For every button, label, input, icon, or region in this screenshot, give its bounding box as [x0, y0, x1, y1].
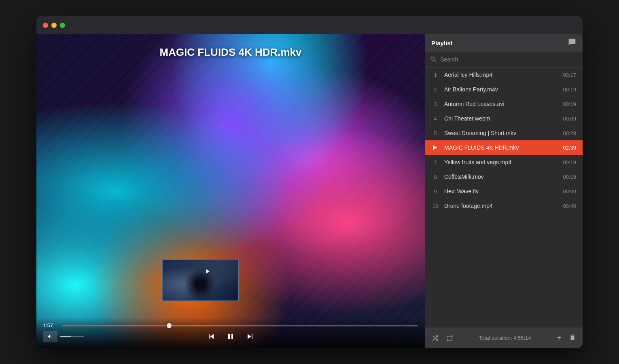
item-duration: 00:19: [563, 101, 576, 107]
app-window: MAGIC FLUIDS 4K HDR.mkv 0:43 1:57: [36, 16, 583, 348]
playlist-title: Playlist: [431, 40, 453, 47]
progress-thumb: [167, 323, 172, 328]
progress-bar[interactable]: [62, 325, 418, 326]
playlist-item[interactable]: 5 Sweet Dreaming | Short.mkv 00:28: [425, 126, 583, 140]
volume-slider[interactable]: [60, 336, 84, 337]
item-name: Yellow fruits and vegs.mp4: [444, 159, 558, 165]
shuffle-button[interactable]: [430, 332, 441, 344]
prev-button[interactable]: [206, 332, 216, 341]
item-name: Drone footage.mp4: [444, 203, 558, 209]
seek-thumbnail: [162, 259, 239, 301]
item-number-cell: 9: [431, 188, 439, 195]
search-icon: [430, 56, 437, 63]
video-area[interactable]: MAGIC FLUIDS 4K HDR.mkv 0:43 1:57: [36, 34, 425, 348]
item-number-cell: 5: [431, 130, 439, 136]
item-number-cell: 4: [431, 116, 439, 122]
item-number: 4: [431, 116, 439, 122]
svg-marker-0: [433, 146, 437, 150]
item-name: MAGIC FLUIDS 4K HDR.mkv: [444, 144, 558, 151]
item-duration: 00:28: [563, 130, 576, 136]
item-number-cell: 1: [431, 72, 439, 78]
search-bar: [425, 52, 583, 68]
playlist-footer: Total duration: 4:55:14 +: [425, 328, 583, 348]
item-name: Coffe&Milk.mov: [444, 174, 558, 180]
item-duration: 02:39: [563, 145, 576, 151]
item-number: 8: [431, 174, 439, 180]
pause-button[interactable]: [226, 332, 235, 341]
item-number-cell: 8: [431, 174, 439, 180]
playlist-item[interactable]: 8 Coffe&Milk.mov 00:19: [425, 169, 583, 184]
close-button[interactable]: [43, 23, 48, 28]
playlist-item[interactable]: 9 Hexi Wave.flv 00:09: [425, 184, 583, 199]
item-number-cell: [431, 146, 439, 150]
search-input[interactable]: [440, 56, 578, 63]
playlist-item[interactable]: 7 Yellow fruits and vegs.mp4 00:19: [425, 155, 583, 169]
item-number: 3: [431, 101, 439, 107]
item-duration: 00:40: [563, 203, 576, 209]
playlist-item[interactable]: MAGIC FLUIDS 4K HDR.mkv 02:39: [425, 140, 583, 155]
item-number: 7: [431, 159, 439, 165]
title-bar: [36, 16, 583, 34]
item-number-cell: 2: [431, 87, 439, 93]
playlist-item[interactable]: 3 Autumn Red Leaves.avi 00:19: [425, 97, 583, 111]
delete-button[interactable]: [567, 332, 578, 344]
add-button[interactable]: +: [554, 332, 564, 343]
current-time: 1:57: [43, 322, 57, 328]
item-name: Air Ballons Party.m4v: [444, 86, 558, 93]
volume-section: [43, 331, 84, 342]
playlist-items: 1 Aerial Icy Hills.mp4 00:17 2 Air Ballo…: [425, 68, 583, 328]
item-number-cell: 10: [431, 203, 439, 209]
item-number-cell: 3: [431, 101, 439, 107]
item-number: 10: [431, 203, 439, 209]
transport-controls: [206, 332, 255, 341]
playlist-item[interactable]: 10 Drone footage.mp4 00:40: [425, 199, 583, 213]
minimize-button[interactable]: [51, 23, 57, 28]
item-duration: 00:19: [563, 174, 576, 180]
item-number: 2: [431, 87, 439, 93]
playlist-item[interactable]: 2 Air Ballons Party.m4v 00:19: [425, 82, 583, 97]
item-name: Sweet Dreaming | Short.mkv: [444, 130, 558, 136]
repeat-button[interactable]: [444, 332, 456, 344]
item-name: Autumn Red Leaves.avi: [444, 101, 558, 107]
playlist-panel: Playlist 1 Ae: [425, 34, 583, 348]
item-number: 1: [431, 72, 439, 78]
next-button[interactable]: [245, 332, 255, 341]
playlist-item[interactable]: 4 Chi Theater.webm 00:09: [425, 111, 583, 126]
item-number: 9: [431, 188, 439, 195]
controls-overlay: 0:43 1:57: [36, 317, 425, 348]
item-name: Chi Theater.webm: [444, 115, 558, 122]
item-name: Aerial Icy Hills.mp4: [444, 72, 558, 78]
traffic-lights: [43, 23, 65, 28]
playlist-header: Playlist: [425, 34, 583, 52]
item-duration: 00:09: [563, 188, 576, 195]
playlist-item[interactable]: 1 Aerial Icy Hills.mp4 00:17: [425, 68, 583, 82]
video-title: MAGIC FLUIDS 4K HDR.mkv: [36, 46, 425, 59]
chat-button[interactable]: [568, 38, 576, 48]
item-name: Hexi Wave.flv: [444, 188, 558, 195]
item-number: 5: [431, 130, 439, 136]
item-duration: 00:19: [563, 159, 576, 165]
progress-fill: [62, 325, 169, 326]
item-duration: 00:09: [563, 116, 576, 122]
total-duration: Total duration: 4:55:14: [459, 335, 551, 341]
bottom-controls: [43, 332, 418, 341]
item-duration: 00:19: [563, 87, 576, 93]
maximize-button[interactable]: [60, 23, 65, 28]
main-content: MAGIC FLUIDS 4K HDR.mkv 0:43 1:57: [36, 34, 583, 348]
item-duration: 00:17: [563, 72, 576, 78]
progress-row: 1:57: [43, 322, 418, 328]
play-indicator: [433, 146, 437, 150]
volume-button[interactable]: [43, 331, 57, 342]
item-number-cell: 7: [431, 159, 439, 165]
